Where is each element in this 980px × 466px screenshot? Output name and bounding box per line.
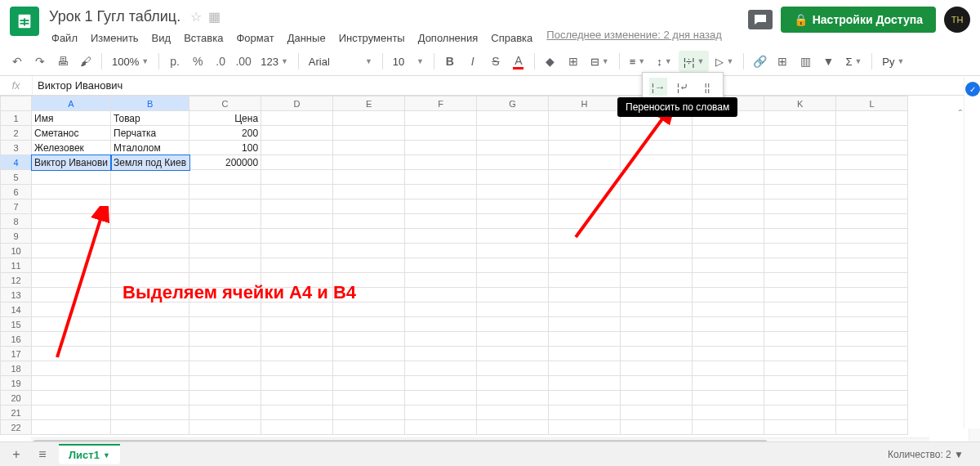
row-header[interactable]: 6 [1,185,32,199]
cell[interactable] [405,214,477,229]
cell[interactable] [333,361,405,376]
cell[interactable] [333,258,405,273]
cell[interactable] [693,288,764,302]
cell[interactable] [693,258,764,273]
cell[interactable] [333,302,405,317]
menu-file[interactable]: Файл [46,29,83,47]
share-button[interactable]: 🔒 Настройки Доступа [781,7,936,33]
wrap-button[interactable]: ¦÷¦▼ [679,51,710,72]
font-size-select[interactable]: 10▼ [388,51,429,72]
cell[interactable] [621,288,693,302]
zoom-select[interactable]: 100%▼ [107,51,154,72]
cell[interactable] [549,126,621,141]
comments-icon[interactable] [748,10,773,29]
cell[interactable] [764,406,836,420]
cell[interactable] [764,141,836,155]
cell[interactable] [261,214,333,229]
cell[interactable] [189,361,261,376]
cell[interactable] [549,361,621,376]
row-header[interactable]: 11 [1,258,32,273]
cell[interactable] [333,332,405,347]
cell[interactable] [477,332,549,347]
cell[interactable] [693,199,764,214]
cell[interactable] [189,406,261,420]
cell[interactable] [836,155,908,170]
cell[interactable] [405,302,477,317]
cell[interactable] [333,347,405,361]
cell[interactable] [836,170,908,185]
cell[interactable] [405,126,477,141]
cell[interactable] [333,214,405,229]
cell[interactable] [32,347,111,361]
cell[interactable] [764,199,836,214]
input-tools-button[interactable]: Ру▼ [877,51,909,72]
cell[interactable] [477,229,549,244]
cell[interactable] [549,244,621,258]
cell[interactable] [764,229,836,244]
cell[interactable] [693,155,764,170]
cell[interactable] [189,376,261,391]
cell[interactable] [32,229,111,244]
row-header[interactable]: 4 [1,155,32,170]
row-header[interactable]: 5 [1,170,32,185]
cell[interactable] [333,170,405,185]
cell[interactable]: 200 [189,126,261,141]
cell[interactable] [261,391,333,406]
cell[interactable] [693,214,764,229]
wrap-overflow-icon[interactable]: ¦→ [649,78,667,96]
cell[interactable] [32,199,111,214]
cell[interactable] [405,258,477,273]
paint-format-icon[interactable]: 🖌 [75,51,96,72]
cell[interactable] [111,229,189,244]
row-header[interactable]: 10 [1,244,32,258]
cell[interactable] [405,273,477,288]
cell[interactable] [189,420,261,435]
cell[interactable] [621,406,693,420]
percent-button[interactable]: % [187,51,208,72]
cell[interactable] [764,317,836,332]
cell[interactable] [32,406,111,420]
row-header[interactable]: 9 [1,229,32,244]
row-header[interactable]: 12 [1,273,32,288]
cell[interactable] [549,391,621,406]
cell[interactable] [477,302,549,317]
wrap-clip-icon[interactable]: ¦¦ [698,78,716,96]
cell[interactable] [111,302,189,317]
cell[interactable] [836,347,908,361]
cell[interactable] [549,376,621,391]
cell[interactable] [621,376,693,391]
cell[interactable] [693,302,764,317]
cell[interactable] [477,170,549,185]
cell[interactable] [477,288,549,302]
borders-button[interactable]: ⊞ [563,51,584,72]
cell[interactable] [261,361,333,376]
link-icon[interactable]: 🔗 [749,51,770,72]
cell[interactable] [549,406,621,420]
cell[interactable] [32,376,111,391]
cell[interactable] [477,214,549,229]
cell[interactable]: 200000 [189,155,261,170]
cell[interactable] [32,185,111,199]
col-header[interactable]: E [333,96,405,111]
menu-format[interactable]: Формат [230,29,279,47]
cell[interactable] [836,214,908,229]
cell[interactable] [836,332,908,347]
cell[interactable] [333,376,405,391]
cell[interactable] [621,170,693,185]
cell[interactable] [836,141,908,155]
cell[interactable] [764,420,836,435]
font-select[interactable]: Arial▼ [304,51,377,72]
cell[interactable] [764,214,836,229]
cell[interactable] [405,420,477,435]
cell[interactable] [693,244,764,258]
cell[interactable] [32,244,111,258]
cell[interactable] [111,406,189,420]
cell[interactable] [111,199,189,214]
cell[interactable] [261,332,333,347]
row-header[interactable]: 7 [1,199,32,214]
cell[interactable] [693,185,764,199]
row-header[interactable]: 2 [1,126,32,141]
cell[interactable] [477,273,549,288]
menu-tools[interactable]: Инструменты [333,29,411,47]
filter-icon[interactable]: ▼ [817,51,839,72]
